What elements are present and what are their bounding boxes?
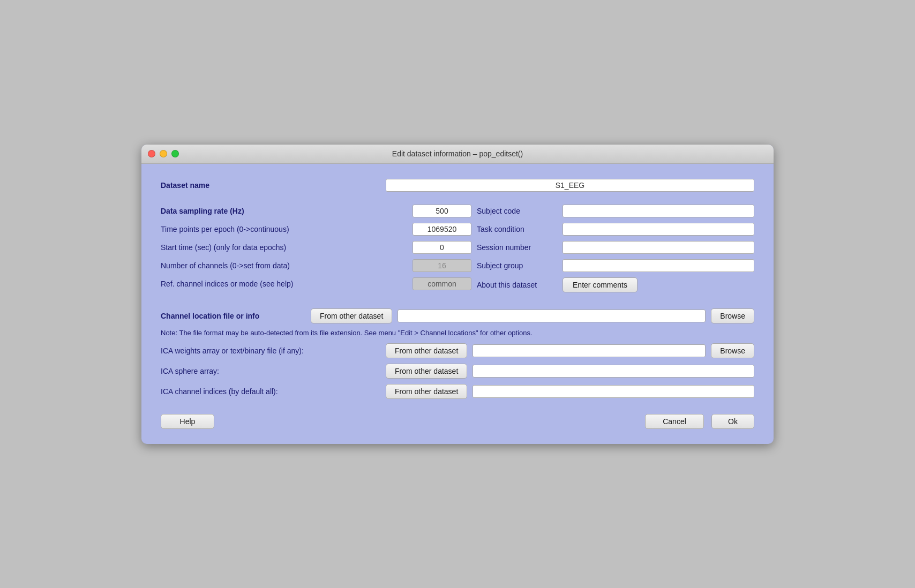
ref-channel-label: Ref. channel indices or mode (see help) <box>161 280 412 288</box>
channel-from-other-dataset-button[interactable]: From other dataset <box>311 308 392 323</box>
ref-channel-value: common <box>412 277 471 290</box>
channel-location-row: Channel location file or info From other… <box>161 308 754 323</box>
minimize-button[interactable] <box>160 150 167 157</box>
task-condition-input[interactable] <box>562 223 754 236</box>
start-time-label: Start time (sec) (only for data epochs) <box>161 243 412 252</box>
sampling-rate-label: Data sampling rate (Hz) <box>161 207 412 215</box>
subject-code-label: Subject code <box>477 207 562 215</box>
titlebar: Edit dataset information – pop_editset() <box>141 145 774 164</box>
subject-group-input[interactable] <box>562 259 754 272</box>
session-number-row: Session number <box>477 241 754 254</box>
session-number-label: Session number <box>477 243 562 252</box>
footer-right-buttons: Cancel Ok <box>645 414 754 429</box>
sampling-rate-row: Data sampling rate (Hz) <box>161 205 471 217</box>
ica-sphere-from-button[interactable]: From other dataset <box>386 364 467 379</box>
ica-channel-indices-from-button[interactable]: From other dataset <box>386 384 467 399</box>
enter-comments-button[interactable]: Enter comments <box>562 277 638 292</box>
ica-weights-label: ICA weights array or text/binary file (i… <box>161 346 386 355</box>
subject-group-label: Subject group <box>477 261 562 270</box>
channel-location-note: Note: The file format may be auto-detect… <box>161 329 754 337</box>
num-channels-value: 16 <box>412 259 471 272</box>
dataset-name-label: Dataset name <box>161 181 386 190</box>
ica-weights-row: ICA weights array or text/binary file (i… <box>161 343 754 358</box>
right-column: Subject code Task condition Session numb… <box>471 205 754 298</box>
session-number-input[interactable] <box>562 241 754 254</box>
sampling-rate-input[interactable] <box>412 205 471 217</box>
footer: Help Cancel Ok <box>161 414 754 429</box>
num-channels-label: Number of channels (0->set from data) <box>161 261 412 270</box>
ref-channel-row: Ref. channel indices or mode (see help) … <box>161 277 471 290</box>
channel-browse-button[interactable]: Browse <box>711 308 754 323</box>
ica-weights-browse-button[interactable]: Browse <box>711 343 754 358</box>
ica-weights-input[interactable] <box>472 344 706 357</box>
close-button[interactable] <box>148 150 155 157</box>
left-column: Data sampling rate (Hz) Time points per … <box>161 205 471 298</box>
dataset-name-input[interactable] <box>386 179 754 192</box>
main-form: Data sampling rate (Hz) Time points per … <box>161 205 754 298</box>
about-dataset-label: About this dataset <box>477 281 562 289</box>
num-channels-row: Number of channels (0->set from data) 16 <box>161 259 471 272</box>
about-dataset-row: About this dataset Enter comments <box>477 277 754 292</box>
subject-group-row: Subject group <box>477 259 754 272</box>
ok-button[interactable]: Ok <box>711 414 754 429</box>
task-condition-label: Task condition <box>477 225 562 233</box>
channel-location-file-input[interactable] <box>398 310 706 322</box>
ica-sphere-label: ICA sphere array: <box>161 367 386 375</box>
help-button[interactable]: Help <box>161 414 214 429</box>
ica-channel-indices-row: ICA channel indices (by default all): Fr… <box>161 384 754 399</box>
task-condition-row: Task condition <box>477 223 754 236</box>
subject-code-input[interactable] <box>562 205 754 217</box>
maximize-button[interactable] <box>171 150 179 157</box>
channel-section: Channel location file or info From other… <box>161 308 754 399</box>
ica-sphere-row: ICA sphere array: From other dataset <box>161 364 754 379</box>
titlebar-buttons <box>148 150 179 157</box>
time-points-row: Time points per epoch (0->continuous) <box>161 223 471 236</box>
dialog-content: Dataset name Data sampling rate (Hz) Tim… <box>141 164 774 444</box>
time-points-input[interactable] <box>412 223 471 236</box>
main-window: Edit dataset information – pop_editset()… <box>141 145 774 444</box>
subject-code-row: Subject code <box>477 205 754 217</box>
window-title: Edit dataset information – pop_editset() <box>392 149 523 158</box>
ica-channel-indices-label: ICA channel indices (by default all): <box>161 387 386 396</box>
ica-channel-indices-input[interactable] <box>472 385 754 398</box>
channel-location-label: Channel location file or info <box>161 312 311 320</box>
cancel-button[interactable]: Cancel <box>645 414 704 429</box>
start-time-input[interactable] <box>412 241 471 254</box>
dataset-name-row: Dataset name <box>161 179 754 192</box>
ica-sphere-input[interactable] <box>472 365 754 378</box>
start-time-row: Start time (sec) (only for data epochs) <box>161 241 471 254</box>
time-points-label: Time points per epoch (0->continuous) <box>161 225 412 233</box>
ica-weights-from-button[interactable]: From other dataset <box>386 343 467 358</box>
